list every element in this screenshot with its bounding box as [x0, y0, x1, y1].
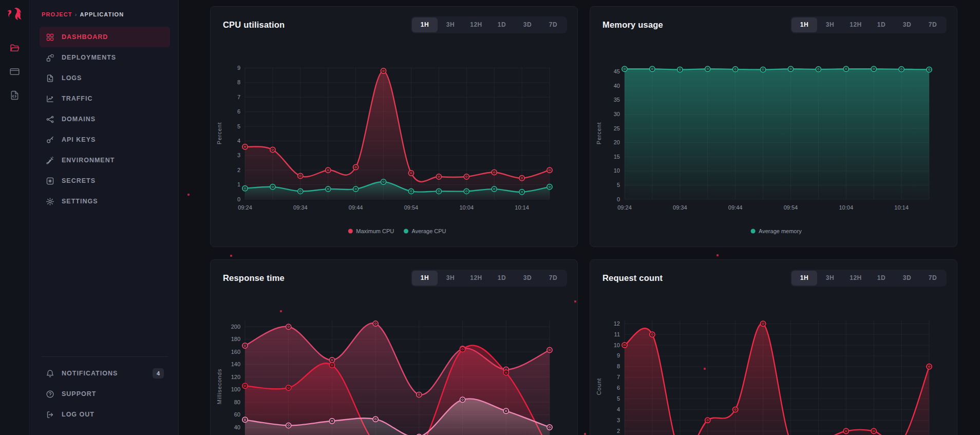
sidebar-item-api-keys[interactable]: API KEYS [40, 129, 170, 150]
secrets-icon [46, 177, 54, 185]
panel-memory-usage: 05101520253035404509:2409:3409:4409:5410… [590, 6, 957, 247]
svg-text:Average CPU: Average CPU [412, 228, 446, 234]
range-12h-button[interactable]: 12H [463, 17, 489, 32]
svg-text:4: 4 [617, 406, 620, 412]
svg-text:2: 2 [617, 428, 620, 434]
notifications-count-badge: 4 [153, 368, 164, 379]
range-1d-button[interactable]: 1D [489, 17, 515, 32]
sidebar-divider [42, 356, 168, 357]
environment-icon [46, 156, 54, 165]
range-3h-button[interactable]: 3H [817, 271, 843, 286]
sidebar-item-environment[interactable]: ENVIRONMENT [40, 150, 170, 171]
range-1h-button[interactable]: 1H [412, 271, 438, 286]
range-7d-button[interactable]: 7D [540, 17, 566, 32]
help-icon [46, 390, 54, 399]
range-12h-button[interactable]: 12H [843, 271, 869, 286]
traffic-icon [46, 94, 54, 103]
svg-text:Milliseconds: Milliseconds [216, 369, 222, 405]
decor-particle [230, 255, 232, 257]
breadcrumb-separator: › [75, 11, 78, 17]
range-1d-button[interactable]: 1D [869, 271, 894, 286]
sidebar-item-support[interactable]: SUPPORT [40, 384, 170, 404]
folder-open-icon[interactable] [7, 40, 23, 55]
svg-text:7: 7 [237, 94, 240, 100]
svg-text:80: 80 [234, 399, 240, 405]
svg-text:45: 45 [614, 68, 620, 74]
svg-text:6: 6 [237, 108, 240, 115]
sidebar-item-dashboard[interactable]: DASHBOARD [40, 27, 170, 47]
range-3h-button[interactable]: 3H [817, 17, 843, 32]
svg-text:8: 8 [237, 79, 240, 85]
svg-text:60: 60 [234, 411, 240, 418]
panel-response-time: 020406080100120140160180200Milliseconds … [210, 259, 578, 435]
range-3d-button[interactable]: 3D [894, 17, 920, 32]
svg-text:40: 40 [234, 424, 240, 430]
sidebar-item-settings[interactable]: SETTINGS [40, 191, 170, 212]
range-1d-button[interactable]: 1D [489, 271, 515, 286]
decor-particle [584, 433, 586, 435]
file-code-icon[interactable] [7, 87, 23, 103]
svg-text:10:14: 10:14 [515, 204, 529, 211]
dashboard-icon [46, 33, 54, 42]
svg-text:12: 12 [614, 320, 620, 327]
svg-text:0: 0 [237, 196, 240, 202]
sidebar-item-logs[interactable]: LOGS [40, 68, 170, 88]
svg-text:8: 8 [617, 363, 620, 369]
time-range-selector: 1H3H12H1D3D7D [411, 16, 567, 33]
sidebar-item-deployments[interactable]: DEPLOYMENTS [40, 47, 170, 68]
svg-text:Maximum CPU: Maximum CPU [356, 228, 394, 234]
svg-text:09:44: 09:44 [728, 204, 743, 211]
svg-text:9: 9 [617, 352, 620, 358]
sidebar: PROJECT›APPLICATION DASHBOARDDEPLOYMENTS… [30, 0, 179, 435]
svg-text:1: 1 [237, 181, 240, 187]
dashboard-grid: 012345678909:2409:3409:4409:5410:0410:14… [179, 0, 980, 435]
sidebar-item-traffic[interactable]: TRAFFIC [40, 88, 170, 109]
sidebar-item-log-out[interactable]: LOG OUT [40, 404, 170, 425]
range-12h-button[interactable]: 12H [843, 17, 869, 32]
svg-text:09:34: 09:34 [673, 204, 687, 211]
range-3d-button[interactable]: 3D [515, 271, 540, 286]
decor-particle [574, 300, 576, 302]
range-3d-button[interactable]: 3D [515, 17, 540, 32]
credit-card-icon[interactable] [7, 64, 23, 79]
decor-particle [280, 310, 282, 312]
sidebar-item-label: LOGS [62, 74, 82, 82]
sidebar-item-secrets[interactable]: SECRETS [40, 171, 170, 191]
range-12h-button[interactable]: 12H [463, 271, 489, 286]
time-range-selector: 1H3H12H1D3D7D [790, 16, 947, 33]
sidebar-item-notifications[interactable]: NOTIFICATIONS4 [40, 363, 170, 384]
range-7d-button[interactable]: 7D [540, 271, 566, 286]
panel-request-count: 0123456789101112Count Request count 1H3H… [590, 259, 957, 435]
svg-text:10: 10 [614, 167, 620, 174]
range-7d-button[interactable]: 7D [920, 271, 946, 286]
sidebar-item-domains[interactable]: DOMAINS [40, 109, 170, 129]
range-1h-button[interactable]: 1H [791, 271, 817, 286]
svg-text:40: 40 [614, 83, 620, 89]
svg-text:10:04: 10:04 [460, 204, 474, 211]
svg-text:0: 0 [617, 196, 620, 202]
settings-icon [46, 197, 54, 206]
cpu-utilisation-chart[interactable]: 012345678909:2409:3409:4409:5410:0410:14… [211, 7, 578, 247]
breadcrumb-application[interactable]: APPLICATION [80, 11, 124, 17]
sidebar-nav: DASHBOARDDEPLOYMENTSLOGSTRAFFICDOMAINSAP… [40, 27, 170, 212]
breadcrumb-project[interactable]: PROJECT [42, 11, 72, 17]
svg-text:120: 120 [231, 374, 240, 380]
nest-logo-icon[interactable] [6, 5, 24, 23]
sidebar-item-label: DASHBOARD [62, 33, 108, 41]
svg-text:15: 15 [614, 154, 620, 160]
range-7d-button[interactable]: 7D [920, 17, 946, 32]
memory-usage-chart[interactable]: 05101520253035404509:2409:3409:4409:5410… [590, 7, 957, 247]
svg-text:09:24: 09:24 [617, 204, 632, 211]
decor-particle [717, 254, 719, 256]
svg-text:5: 5 [237, 123, 240, 129]
svg-text:6: 6 [617, 385, 620, 391]
range-1h-button[interactable]: 1H [412, 17, 438, 32]
range-1h-button[interactable]: 1H [791, 17, 817, 32]
svg-text:3: 3 [617, 417, 620, 423]
svg-text:140: 140 [231, 361, 240, 367]
sidebar-spacer [40, 212, 170, 356]
range-3h-button[interactable]: 3H [438, 271, 463, 286]
range-3d-button[interactable]: 3D [894, 271, 920, 286]
range-1d-button[interactable]: 1D [869, 17, 894, 32]
range-3h-button[interactable]: 3H [438, 17, 463, 32]
